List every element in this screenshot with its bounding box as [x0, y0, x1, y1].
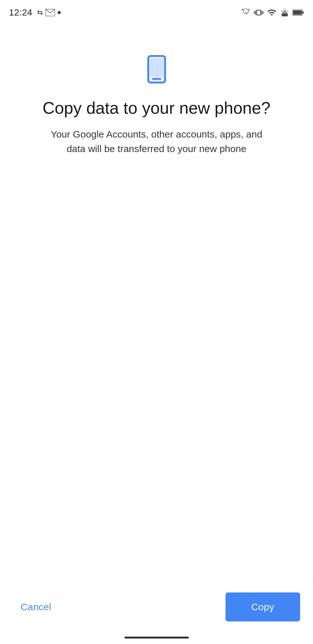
page-title: Copy data to your new phone? — [42, 98, 270, 118]
home-bar — [124, 637, 189, 639]
back-arrows-icon: ⇆ — [37, 8, 43, 17]
wifi-icon — [267, 8, 277, 17]
status-bar: 12:24 ⇆ — [0, 0, 313, 23]
status-bar-right — [241, 8, 304, 17]
phone-icon-wrapper — [142, 55, 171, 85]
copy-button[interactable]: Copy — [226, 592, 300, 621]
page-subtitle: Your Google Accounts, other accounts, ap… — [44, 127, 269, 156]
home-indicator — [0, 634, 313, 644]
svg-rect-3 — [293, 11, 302, 15]
battery-icon — [292, 8, 304, 17]
svg-rect-4 — [303, 11, 304, 14]
svg-rect-1 — [282, 13, 288, 16]
notification-dot — [58, 11, 61, 14]
status-icons-left: ⇆ — [37, 8, 61, 17]
phone-icon — [142, 55, 171, 84]
main-content: Copy data to your new phone? Your Google… — [0, 23, 313, 582]
svg-rect-8 — [149, 58, 164, 76]
bottom-action-area: Cancel Copy — [0, 582, 313, 634]
gmail-icon — [45, 9, 55, 16]
status-bar-left: 12:24 ⇆ — [9, 7, 61, 18]
vibrate-icon — [254, 8, 263, 17]
status-time: 12:24 — [9, 7, 32, 18]
alarm-icon — [241, 8, 251, 17]
signal-icon — [280, 8, 289, 17]
cancel-button[interactable]: Cancel — [13, 595, 59, 619]
